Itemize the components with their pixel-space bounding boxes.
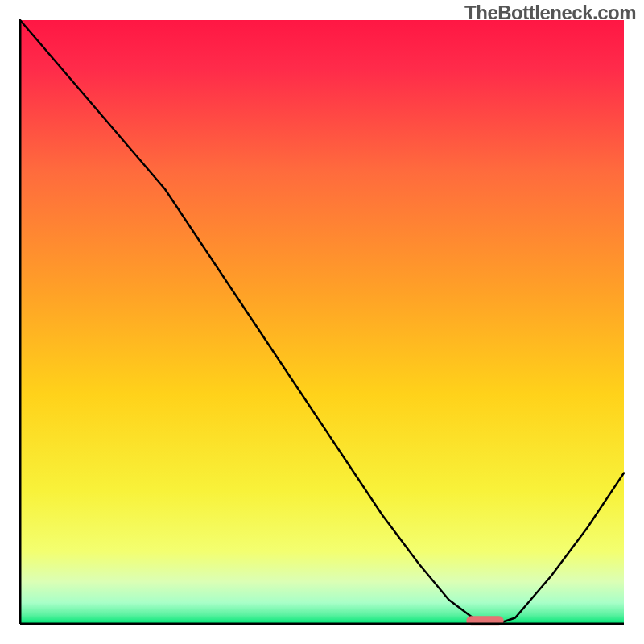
chart-container: TheBottleneck.com — [0, 0, 644, 644]
plot-background — [20, 20, 624, 624]
bottleneck-chart — [0, 0, 644, 644]
watermark-text: TheBottleneck.com — [464, 2, 636, 24]
